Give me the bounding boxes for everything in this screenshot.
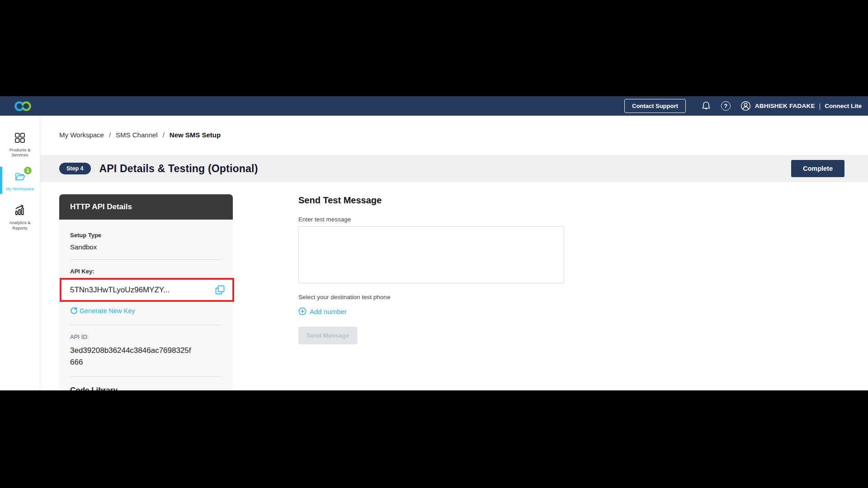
setup-type-label: Setup Type [70,232,222,239]
refresh-icon [70,307,78,314]
folder-icon: 1 [14,170,26,184]
topbar-actions: Contact Support ? A [624,99,862,113]
page-title: API Details & Testing (Optional) [99,163,258,175]
product-name: Connect Lite [825,103,862,109]
send-test-message-section: Send Test Message Enter test message Sel… [298,194,564,344]
complete-button[interactable]: Complete [791,160,844,177]
divider [70,259,222,260]
contact-support-button[interactable]: Contact Support [624,99,686,113]
divider [70,376,222,377]
api-key-value: 5TNn3JHwTLyoUz96MYZY... [70,286,170,295]
sidebar: Products & Services 1 My Workspace [0,116,40,390]
breadcrumb-separator: / [109,131,111,139]
destination-phone-label: Select your destination test phone [298,294,564,300]
help-glyph: ? [724,103,727,109]
divider [70,325,222,325]
notifications-bell-icon[interactable] [701,101,711,112]
breadcrumb-sms-channel[interactable]: SMS Channel [116,131,158,139]
code-library-heading: Code Library [70,386,222,390]
user-name[interactable]: ABHISHEK FADAKE [755,103,815,109]
api-id-label: API ID: [70,333,222,340]
plus-circle-icon [298,307,307,315]
sidebar-item-analytics-reports[interactable]: Analytics & Reports [0,200,40,233]
screenshot-frame: Contact Support ? A [0,0,868,488]
sidebar-item-my-workspace[interactable]: 1 My Workspace [0,167,40,194]
help-icon[interactable]: ? [721,101,731,111]
breadcrumb-separator: / [163,131,165,139]
add-number-link[interactable]: Add number [298,307,347,315]
breadcrumb-current-page: New SMS Setup [170,131,221,139]
generate-new-key-link[interactable]: Generate New Key [70,307,135,314]
api-key-highlight-box: 5TNn3JHwTLyoUz96MYZY... [60,278,234,302]
api-key-label: API Key: [70,268,222,275]
step-header-bar: Step 4 API Details & Testing (Optional) … [40,155,868,182]
http-api-details-panel: HTTP API Details Setup Type Sandbox API … [59,194,233,390]
bar-chart-icon [14,204,26,217]
copy-api-key-button[interactable] [214,284,226,296]
send-message-button[interactable]: Send Message [298,327,357,344]
section-title: Send Test Message [298,195,564,206]
sidebar-item-label: Products & Services [0,147,40,158]
setup-type-value: Sandbox [70,243,222,251]
breadcrumb-my-workspace[interactable]: My Workspace [59,131,104,139]
grid-icon [14,132,26,145]
main-content: My Workspace / SMS Channel / New SMS Set… [40,116,868,390]
step-badge: Step 4 [59,163,91,174]
brand-logo-icon[interactable] [14,100,33,113]
workspace-badge: 1 [24,167,32,174]
user-avatar-icon[interactable] [741,101,751,111]
test-message-input[interactable] [298,226,564,283]
copy-icon [214,284,226,296]
api-id-value: 3ed39208b36244c3846ac7698325f666 [70,345,193,368]
test-message-label: Enter test message [298,216,564,223]
top-navigation-bar: Contact Support ? A [0,96,868,116]
app-window: Contact Support ? A [0,96,868,390]
sidebar-item-products-services[interactable]: Products & Services [0,128,40,160]
panel-title: HTTP API Details [59,194,233,220]
sidebar-item-label: My Workspace [0,186,40,191]
header-divider: | [819,103,821,110]
sidebar-item-label: Analytics & Reports [0,220,40,230]
breadcrumb: My Workspace / SMS Channel / New SMS Set… [40,116,868,139]
